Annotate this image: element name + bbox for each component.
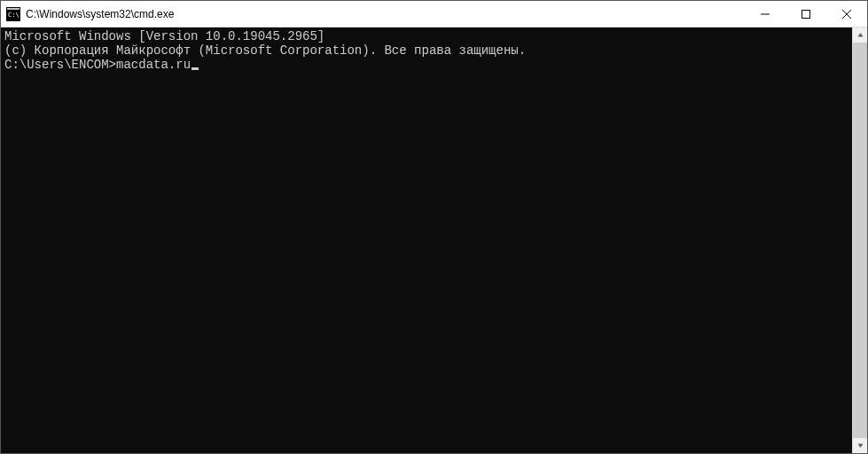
typed-command: macdata.ru: [116, 58, 191, 72]
terminal[interactable]: Microsoft Windows [Version 10.0.19045.29…: [1, 27, 852, 453]
titlebar[interactable]: C:\ C:\Windows\system32\cmd.exe: [1, 1, 867, 27]
cmd-icon: C:\: [6, 7, 20, 21]
svg-text:C:\: C:\: [8, 12, 20, 19]
maximize-button[interactable]: [786, 1, 826, 27]
svg-marker-7: [857, 33, 863, 37]
terminal-line: Microsoft Windows [Version 10.0.19045.29…: [4, 29, 852, 43]
close-button[interactable]: [826, 1, 867, 27]
scroll-track[interactable]: [853, 43, 867, 438]
prompt: C:\Users\ENCOM>: [4, 58, 116, 72]
content-area: Microsoft Windows [Version 10.0.19045.29…: [1, 27, 867, 453]
svg-rect-4: [802, 11, 810, 19]
window-title: C:\Windows\system32\cmd.exe: [26, 8, 745, 20]
cursor: [192, 67, 199, 70]
svg-rect-1: [7, 8, 20, 10]
terminal-line: (c) Корпорация Майкрософт (Microsoft Cor…: [4, 43, 852, 58]
scroll-up-arrow-icon[interactable]: [853, 27, 867, 43]
scroll-down-arrow-icon[interactable]: [853, 438, 867, 453]
prompt-line: C:\Users\ENCOM>macdata.ru: [4, 58, 852, 72]
vertical-scrollbar[interactable]: [852, 27, 867, 453]
window-controls: [745, 1, 867, 27]
svg-marker-8: [857, 444, 863, 449]
scroll-thumb[interactable]: [853, 43, 867, 438]
minimize-button[interactable]: [745, 1, 786, 27]
